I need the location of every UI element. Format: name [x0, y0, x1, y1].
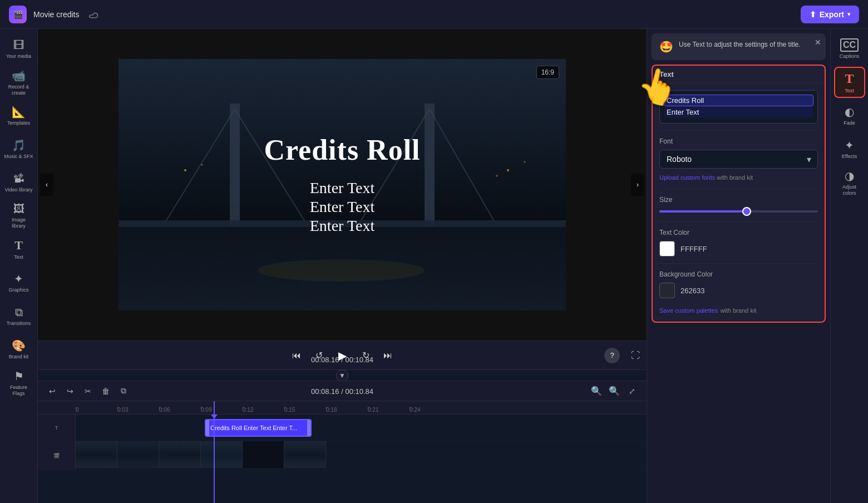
text-editor-panel: Text Credits Roll Enter Text Font Roboto… — [652, 65, 826, 323]
right-icon-bar: CC Captions T Text ◐ Fade ✦ Effects ◑ Ad… — [830, 29, 868, 503]
sidebar-item-label-your-media: Your media — [6, 53, 31, 60]
brand-kit-text: with brand kit — [717, 174, 753, 181]
preview-area: Credits Roll Enter Text Enter Text Enter… — [38, 29, 647, 341]
ri-text[interactable]: T Text — [834, 67, 865, 98]
bg-color-divider — [659, 263, 818, 264]
text-line-credits-roll[interactable]: Credits Roll — [664, 95, 813, 106]
record-icon: 📹 — [12, 69, 26, 82]
ri-effects[interactable]: ✦ Effects — [834, 134, 865, 165]
back5-button[interactable]: ↺ — [310, 347, 328, 364]
upload-custom-fonts-link[interactable]: Upload custom fonts — [659, 174, 717, 181]
text-clip-right-handle[interactable] — [307, 420, 310, 436]
panel-title: Text — [659, 70, 674, 78]
sidebar-item-label-record: Record &create — [8, 84, 29, 96]
text-color-swatch[interactable] — [659, 241, 675, 257]
font-label: Font — [659, 137, 818, 145]
save-palettes-section: Save custom palettes with brand kit — [659, 303, 818, 315]
enter-text-line-3: Enter Text — [310, 218, 374, 235]
tl-toolbar-center: 00:08.16 / 00:10.84 — [311, 386, 373, 396]
sidebar-item-label-video-library: Video library — [5, 187, 33, 193]
save-palettes-link[interactable]: Save custom palettes — [659, 307, 718, 314]
duplicate-button[interactable]: ⧉ — [116, 383, 131, 399]
sidebar-item-image-library[interactable]: 🖼 Imagelibrary — [3, 200, 34, 231]
center-area: Credits Roll Enter Text Enter Text Enter… — [38, 29, 647, 503]
text-right-icon: T — [845, 71, 854, 86]
bg-color-hex: 262633 — [680, 287, 704, 295]
sidebar-item-feature-flags[interactable]: ⚑ FeatureFlags — [3, 367, 34, 398]
sidebar-item-label-templates: Templates — [7, 120, 30, 126]
size-slider-track[interactable] — [659, 210, 818, 213]
text-input-area[interactable]: Credits Roll Enter Text — [659, 90, 818, 124]
sidebar-item-text[interactable]: T Text — [3, 234, 34, 265]
save-brand-kit-text: with brand kit — [721, 307, 757, 314]
rewind-button[interactable]: ⏮ — [288, 347, 305, 364]
preview-nav-left[interactable]: ‹ — [40, 174, 53, 196]
playhead[interactable] — [214, 401, 215, 503]
film-frame-2 — [117, 441, 159, 468]
undo-button[interactable]: ↩ — [45, 383, 60, 399]
text-clip-left-handle[interactable] — [206, 420, 209, 436]
sidebar-item-label-image-library: Imagelibrary — [12, 217, 26, 229]
tooltip-emoji: 🤩 — [659, 40, 673, 53]
text-color-section: Text Color FFFFFF — [659, 224, 818, 261]
ri-fade-label: Fade — [844, 120, 855, 126]
video-canvas: Credits Roll Enter Text Enter Text Enter… — [119, 59, 566, 310]
text-track-row: T Credits Roll Enter Text Enter T... — [38, 415, 647, 441]
fullscreen-button[interactable]: ⛶ — [631, 351, 640, 361]
sidebar-item-label-music: Music & SFX — [4, 154, 33, 160]
text-clip-label: Credits Roll Enter Text Enter T... — [210, 425, 297, 431]
font-select[interactable]: Roboto Arial Georgia Helvetica Open Sans — [659, 150, 818, 169]
ri-captions[interactable]: CC Captions — [834, 33, 865, 65]
video-track-content — [76, 441, 647, 470]
font-select-wrapper: Roboto Arial Georgia Helvetica Open Sans — [659, 150, 818, 169]
adjust-colors-icon: ◑ — [845, 169, 854, 183]
sidebar-item-your-media[interactable]: 🎞 Your media — [3, 33, 34, 65]
sidebar-item-templates[interactable]: 📐 Templates — [3, 100, 34, 131]
zoom-out-button[interactable]: 🔍 — [589, 383, 604, 399]
ri-fade[interactable]: ◐ Fade — [834, 100, 865, 131]
ruler-mark-18: 0:18 — [326, 407, 368, 414]
help-button[interactable]: ? — [604, 348, 620, 363]
panel-title-bar: Text — [653, 66, 825, 83]
sidebar-item-transitions[interactable]: ⧉ Transitions — [3, 300, 34, 332]
text-color-hex: FFFFFF — [680, 245, 707, 253]
redo-button[interactable]: ↪ — [62, 383, 78, 399]
ruler-marks: 0 0:03 0:06 0:09 0:12 0:15 0:18 0:21 0:2… — [76, 407, 451, 414]
sidebar-item-brand-kit[interactable]: 🎨 Brand kit — [3, 334, 34, 365]
text-track-label: T — [38, 415, 76, 441]
ruler-mark-21: 0:21 — [368, 407, 410, 414]
graphics-icon: ✦ — [14, 272, 23, 285]
sidebar-item-video-library[interactable]: 📽 Video library — [3, 167, 34, 198]
app-logo: 🎬 — [9, 6, 27, 23]
fastforward-button[interactable]: ⏭ — [379, 347, 397, 364]
text-line-enter-text[interactable]: Enter Text — [664, 107, 813, 117]
text-clip[interactable]: Credits Roll Enter Text Enter T... — [205, 419, 312, 437]
size-slider-container — [659, 208, 818, 215]
sidebar-item-record[interactable]: 📹 Record &create — [3, 67, 34, 98]
sidebar-item-label-brand-kit: Brand kit — [9, 354, 29, 360]
sidebar-item-music-sfx[interactable]: 🎵 Music & SFX — [3, 134, 34, 165]
size-slider-fill — [659, 210, 747, 213]
zoom-in-button[interactable]: 🔍 — [606, 383, 622, 399]
sidebar-item-graphics[interactable]: ✦ Graphics — [3, 267, 34, 298]
tooltip-close-button[interactable]: ✕ — [815, 38, 821, 47]
expand-timeline-button[interactable]: ⤢ — [624, 383, 640, 399]
size-slider-thumb[interactable] — [742, 207, 751, 216]
film-frame-5 — [243, 441, 284, 468]
font-section-divider — [659, 130, 818, 131]
ri-adjust-colors[interactable]: ◑ Adjustcolors — [834, 167, 865, 198]
delete-button[interactable]: 🗑 — [98, 383, 114, 399]
timeline-collapse-button[interactable]: ▼ — [336, 369, 348, 382]
preview-nav-right[interactable]: › — [631, 174, 644, 196]
sidebar-item-label-graphics: Graphics — [8, 287, 28, 293]
forward5-button[interactable]: ↻ — [357, 347, 374, 364]
bg-color-swatch[interactable] — [659, 283, 675, 298]
cut-button[interactable]: ✂ — [80, 383, 96, 399]
ri-captions-label: Captions — [840, 53, 860, 60]
export-icon: ⬆ — [810, 10, 816, 19]
play-button[interactable]: ▶ — [332, 346, 352, 366]
bg-color-row: 262633 — [659, 283, 818, 298]
credits-roll-title: Credits Roll — [119, 134, 566, 166]
export-button[interactable]: ⬆ Export ▾ — [801, 6, 859, 23]
transitions-icon: ⧉ — [15, 306, 23, 319]
